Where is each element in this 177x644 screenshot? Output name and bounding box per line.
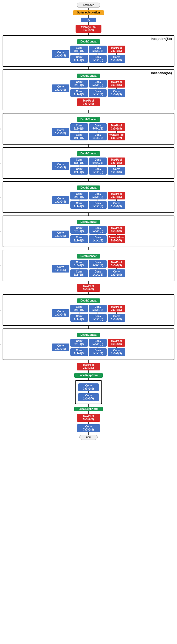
inception4d-label: Inception(4d) bbox=[0, 161, 1, 165]
inception5a-label: Inception(5a) bbox=[151, 71, 172, 75]
connector bbox=[88, 422, 89, 424]
inception3a-label: Inception(3a) bbox=[0, 342, 1, 346]
connector bbox=[88, 213, 89, 216]
conv1x1-5a-4: Conv1x1+1(S) bbox=[108, 89, 125, 97]
conv1x1-5b-1: Conv1x1+1(S) bbox=[52, 50, 69, 58]
conv1x1-4a-3: Conv1x1+1(S) bbox=[89, 269, 107, 277]
connector bbox=[88, 404, 89, 407]
maxpool-5a-2: MaxPool3x3+2(S) bbox=[77, 98, 100, 106]
inception4e-row1: Conv1x1+1(S) Conv3x3+1(S) Conv1x1+1(S) C… bbox=[5, 123, 172, 140]
inception5b-label: Inception(5b) bbox=[151, 37, 172, 41]
connector bbox=[88, 247, 89, 250]
inception4a-wrapper: Inception(4a) DepthConcat Conv1x1+1(S) C… bbox=[3, 250, 174, 281]
conv3x3-5b-1: Conv3x3+1(S) bbox=[70, 46, 88, 53]
conv1x1-4e-2: Conv1x1+1(S) bbox=[70, 133, 88, 140]
conv1x1-5b-4: Conv1x1+1(S) bbox=[108, 55, 125, 63]
fc-node: FC bbox=[81, 18, 96, 22]
conv7x7-node: Conv7x7+2(S) bbox=[77, 424, 100, 432]
maxpool-5a-1: MaxPool3x3+1(S) bbox=[108, 80, 125, 88]
depthconcat-4e: DepthConcat bbox=[77, 117, 100, 122]
conv3x3-4d-1: Conv3x3+1(S) bbox=[70, 158, 88, 165]
connector bbox=[88, 292, 89, 294]
conv1x1-main: Conv1x1+1(V) bbox=[78, 393, 99, 401]
conv3x3-3b-1: Conv3x3+1(S) bbox=[70, 305, 88, 312]
conv3x3-main: Conv3x3+1(S) bbox=[78, 383, 99, 391]
localresp1-node: LocalRespNorm bbox=[74, 407, 103, 411]
conv1x1-3b-4: Conv1x1+1(S) bbox=[108, 314, 125, 322]
conv1x1-4d-1: Conv1x1+1(S) bbox=[52, 162, 69, 170]
depthconcat-3b: DepthConcat bbox=[77, 298, 100, 303]
inception4a-row1: Conv1x1+1(S) Conv3x3+1(S) Conv1x1+1(S) C… bbox=[5, 260, 172, 277]
conv1x1-3b-3: Conv1x1+1(S) bbox=[89, 314, 107, 322]
conv1x1-5a-1: Conv1x1+1(S) bbox=[52, 84, 69, 92]
conv5x5-5b-1: Conv5x5+1(S) bbox=[89, 46, 107, 53]
inception5a-row1: Conv1x1+1(S) Conv3x3+1(S) Conv1x1+1(S) C… bbox=[5, 80, 172, 97]
depthconcat-3a: DepthConcat bbox=[77, 333, 100, 337]
conv1x1-4c-4: Conv1x1+1(S) bbox=[108, 201, 125, 209]
inception5b-box: Inception(5b) DepthConcat Conv1x1+1(S) C… bbox=[3, 35, 174, 67]
softmax2-node: softmax2 bbox=[77, 3, 100, 8]
avgpool-4e: AveragePool5x5+3(V) bbox=[108, 133, 125, 140]
conv1x1-4a-4: Conv1x1+1(S) bbox=[108, 269, 125, 277]
connector bbox=[88, 411, 89, 414]
connector bbox=[88, 22, 89, 25]
inception3a-box: Inception(3a) DepthConcat Conv1x1+1(S) C… bbox=[3, 328, 174, 360]
conv3x3-3a-1: Conv3x3+1(S) bbox=[70, 339, 88, 347]
depthconcat-4c: DepthConcat bbox=[77, 185, 100, 190]
inception4b-row1: Conv1x1+1(S) Conv3x3+1(S) Conv1x1+1(S) C… bbox=[5, 226, 172, 243]
maxpool1-node: MaxPool3x3+2(S) bbox=[77, 414, 100, 422]
conv5x5-4b-1: Conv5x5+1(S) bbox=[89, 226, 107, 234]
connector bbox=[88, 67, 89, 69]
inception4e-box: Inception(4e) DepthConcat Conv1x1+1(S) C… bbox=[3, 113, 174, 145]
conv5x5-5a-1: Conv5x5+1(S) bbox=[89, 80, 107, 88]
conv1x1-4b-2: Conv1x1+1(S) bbox=[70, 235, 88, 243]
inception4d-wrapper: Inception(4d) DepthConcat Conv1x1+1(S) C… bbox=[3, 147, 174, 179]
maxpool3-node: MaxPool3x3+2(S) bbox=[77, 284, 100, 292]
diagram: softmax2 SoftmaxActivation FC AveragePoo… bbox=[3, 3, 174, 440]
depthconcat-5a: DepthConcat bbox=[77, 74, 100, 78]
conv1x1-4c-1: Conv1x1+1(S) bbox=[52, 196, 69, 204]
depthconcat-4a: DepthConcat bbox=[77, 254, 100, 259]
connector bbox=[88, 110, 89, 113]
depthconcat-4d: DepthConcat bbox=[77, 151, 100, 156]
inception3b-row1: Conv1x1+1(S) Conv3x3+1(S) Conv1x1+1(S) C… bbox=[5, 305, 172, 322]
conv3x3-4a-1: Conv3x3+1(S) bbox=[70, 260, 88, 268]
connector bbox=[88, 370, 89, 373]
maxpool-5b-1: MaxPool3x3+1(S) bbox=[108, 46, 125, 53]
inception3b-box: Inception(3b) DepthConcat Conv1x1+1(S) C… bbox=[3, 294, 174, 326]
inception5a-box: Inception(5a) Aux_logits(2) DepthConcat … bbox=[3, 69, 174, 110]
maxpool-3a-1: MaxPool3x3+1(S) bbox=[108, 339, 125, 347]
avgpool-4b: AveragePool5x5+3(V) bbox=[108, 235, 125, 243]
conv-group-box: Conv3x3+1(S) Conv1x1+1(V) bbox=[75, 380, 102, 404]
inception4c-label: Inception(4c) bbox=[0, 195, 1, 199]
softmax-activation-node: SoftmaxActivation bbox=[73, 10, 104, 15]
conv3x3-5a-1: Conv3x3+1(S) bbox=[70, 80, 88, 88]
depthconcat-5b: DepthConcat bbox=[77, 39, 100, 44]
conv1x1-4c-2: Conv1x1+1(S) bbox=[70, 201, 88, 209]
conv3x3-4c-1: Conv3x3+1(S) bbox=[70, 192, 88, 199]
conv3x3-4b-1: Conv3x3+1(S) bbox=[70, 226, 88, 234]
conv1x1-5a-3: Conv1x1+1(S) bbox=[89, 89, 107, 97]
inception5b-wrapper: Inception(5b) DepthConcat Conv1x1+1(S) C… bbox=[3, 35, 174, 67]
connector bbox=[88, 281, 89, 284]
conv5x5-4e-1: Conv5x5+1(S) bbox=[89, 123, 107, 131]
conv1x1-5b-2: Conv1x1+1(S) bbox=[70, 55, 88, 63]
maxpool-3b-1: MaxPool3x3+1(S) bbox=[108, 305, 125, 312]
conv1x1-4a-2: Conv1x1+1(S) bbox=[70, 269, 88, 277]
conv1x1-4c-3: Conv1x1+1(S) bbox=[89, 201, 107, 209]
conv1x1-3b-2: Conv1x1+1(S) bbox=[70, 314, 88, 322]
conv1x1-4b-3: Conv1x1+1(S) bbox=[89, 235, 107, 243]
conv5x5-4d-1: Conv5x5+1(S) bbox=[89, 158, 107, 165]
connector bbox=[88, 33, 89, 35]
inception4d-row1: Conv1x1+1(S) Conv3x3+1(S) Conv1x1+1(S) C… bbox=[5, 158, 172, 175]
connector bbox=[88, 179, 89, 181]
inception4b-box: Inception(4b) DepthConcat Conv1x1+1(S) C… bbox=[3, 216, 174, 247]
inception3a-row1: Conv1x1+1(S) Conv3x3+1(S) Conv1x1+1(S) C… bbox=[5, 339, 172, 356]
maxpool2-node: MaxPool3x3+2(S) bbox=[77, 363, 100, 370]
inception4c-row1: Conv1x1+1(S) Conv3x3+1(S) Conv1x1+1(S) C… bbox=[5, 192, 172, 209]
inception3b-wrapper: Inception(3b) DepthConcat Conv1x1+1(S) C… bbox=[3, 294, 174, 326]
conv1x1-4a-1: Conv1x1+1(S) bbox=[52, 265, 69, 273]
conv5x5-4a-1: Conv5x5+1(S) bbox=[89, 260, 107, 268]
conv5x5-4c-1: Conv5x5+1(S) bbox=[89, 192, 107, 199]
maxpool-4d-1: MaxPool3x3+1(S) bbox=[108, 158, 125, 165]
